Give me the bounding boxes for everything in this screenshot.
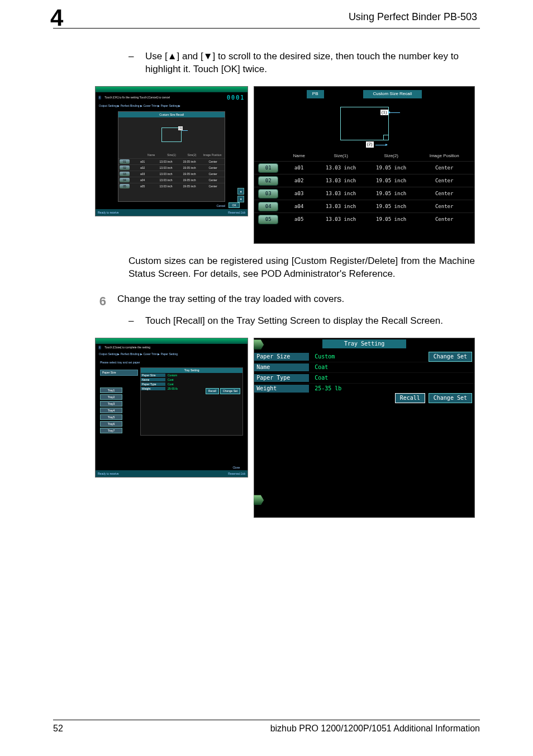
size-row-button[interactable]: 01 [259, 164, 278, 172]
cancel-button[interactable]: Cancel [217, 204, 226, 208]
tab-custom-size-recall[interactable]: Custom Size Recall [363, 90, 422, 98]
size-row-s1: 13.03 inch [316, 216, 366, 223]
change-set-button[interactable]: Change Set [429, 352, 472, 362]
dash-bullet: – [129, 315, 135, 328]
inner-tab-tray-setting[interactable]: Tray Setting [141, 368, 242, 373]
size-row-name: a01 [282, 164, 316, 171]
size-row-name: a05 [282, 216, 316, 223]
size-diagram: (1) [161, 127, 182, 142]
nav-arrow-icon[interactable] [254, 339, 264, 349]
tray-button[interactable]: Tray1 [100, 388, 122, 393]
arrow-icon [375, 145, 386, 145]
tray-button[interactable]: Tray4 [100, 408, 122, 413]
size-row: 05 a05 13.03 inch 19.05 inch Center [118, 183, 225, 189]
col-size2: Size(2) [182, 153, 202, 157]
scroll-down-button[interactable]: ▼ [237, 196, 244, 202]
breadcrumb-tabs: Output Setting ▶ Perfect Binding ▶ Cover… [96, 351, 248, 357]
col-size1: Size(1) [161, 153, 182, 157]
size-row-pos: Center [201, 166, 225, 170]
scroll-up-button[interactable]: ▲ [237, 188, 244, 195]
panel-info-text: Touch [Close] to complete the setting [104, 346, 150, 349]
size-row-s1: 13.03 inch [154, 185, 178, 188]
size-row-button[interactable]: 01 [120, 159, 130, 164]
size-row-s2: 19.05 inch [178, 166, 201, 170]
arrow-icon [182, 130, 188, 131]
size-row-pos: Center [201, 172, 225, 176]
tray-button[interactable]: Tray3 [100, 401, 122, 407]
change-set-button[interactable]: Change Set [220, 388, 240, 394]
footer-reserved: Reserved Job [228, 472, 245, 476]
page-number: 52 [53, 724, 63, 734]
size-row: 01 a01 13.03 inch 19.05 inch Center [118, 158, 225, 164]
tab-tray-setting[interactable]: Tray Setting [322, 339, 406, 348]
paper-size-label: Paper Size [141, 374, 165, 377]
header-rule [53, 28, 480, 29]
size-row-s1: 13.03 inch [154, 166, 178, 170]
inner-tab-custom-size[interactable]: Custom Size Recall [118, 112, 225, 117]
size-row-s1: 13.03 inch [154, 178, 178, 182]
size-row-button[interactable]: 03 [120, 172, 130, 176]
col-name: Name [282, 153, 316, 159]
close-button[interactable]: Close [232, 466, 240, 470]
panel-info-text: Touch [OK] to fix the setting Touch [Can… [104, 96, 170, 100]
size-row-pos: Center [416, 164, 472, 171]
step-text: Change the tray setting of the tray load… [117, 293, 475, 310]
size-row-pos: Center [201, 160, 225, 164]
footer-status: Ready to receive [98, 211, 119, 215]
size-row-name: a05 [131, 185, 154, 188]
size-row-pos: Center [201, 185, 225, 188]
tray-button[interactable]: Tray7 [100, 428, 122, 433]
step6-sub-instruction: Touch [Recall] on the Tray Setting Scree… [145, 315, 475, 328]
tray-button[interactable]: Tray5 [100, 414, 122, 420]
size-row-button[interactable]: 04 [259, 202, 278, 211]
col-image-pos: Image Position [202, 153, 222, 157]
custom-size-recall-panel-zoom: PB Custom Size Recall (1) (2) Name Siz [254, 86, 475, 244]
size-row-button[interactable]: 02 [120, 166, 130, 170]
tray-list: Tray1 Tray2 Tray3 Tray4 Tray5 Tray6 Tray… [100, 388, 122, 433]
size-row-s2: 19.05 inch [366, 203, 416, 210]
custom-sizes-note: Custom sizes can be registered using [Cu… [129, 255, 475, 281]
size-row-s2: 19.05 inch [366, 190, 416, 197]
tray-setting-panel-zoom: Tray Setting Paper Size Custom Change Se… [254, 338, 475, 518]
diagram-label-2: (2) [366, 141, 374, 148]
tab-pb[interactable]: PB [307, 90, 324, 98]
tray-button[interactable]: Tray2 [100, 394, 122, 400]
diagram-corner [383, 135, 388, 140]
name-label: Name [141, 378, 165, 382]
size-row-pos: Center [416, 216, 472, 223]
name-value: Coat [165, 378, 176, 382]
paper-type-value: Coat [309, 374, 334, 382]
name-label: Name [254, 363, 309, 371]
size-row-button[interactable]: 02 [259, 177, 278, 185]
size-row-s2: 19.05 inch [366, 177, 416, 184]
paper-type-label: Paper Type [141, 382, 165, 386]
diagram-label-1: (1) [380, 110, 388, 116]
size-row-s2: 19.05 inch [366, 164, 416, 171]
size-row-button[interactable]: 04 [120, 178, 130, 182]
size-row-s1: 13.03 inch [316, 177, 366, 184]
size-row-s2: 19.05 inch [178, 178, 201, 182]
size-row-button[interactable]: 03 [259, 190, 278, 198]
footer-status: Ready to receive [98, 472, 119, 476]
size-row-s2: 19.05 inch [178, 172, 201, 176]
paper-size-label: Paper Size [100, 370, 138, 376]
paper-type-label: Paper Type [254, 374, 309, 382]
recall-button[interactable]: Recall [395, 393, 425, 403]
dash-bullet: – [129, 50, 135, 63]
tray-button[interactable]: Tray6 [100, 421, 122, 427]
size-row: 03 a03 13.03 inch 19.05 inch Center [118, 171, 225, 177]
size-row-s1: 13.03 inch [316, 203, 366, 210]
ok-button[interactable]: OK [229, 202, 240, 208]
size-row-button[interactable]: 05 [259, 215, 278, 224]
window-titlebar [96, 87, 248, 92]
size-row-button[interactable]: 05 [120, 184, 130, 188]
info-icon: i [98, 346, 101, 349]
change-set-button[interactable]: Change Set [429, 393, 472, 403]
recall-button[interactable]: Recall [206, 388, 219, 394]
size-row-s2: 19.05 inch [178, 160, 201, 164]
nav-arrow-icon[interactable] [254, 495, 264, 505]
set-number: 0001 [227, 94, 245, 102]
product-name: bizhub PRO 1200/1200P/1051 Additional In… [270, 724, 480, 734]
size-row-s1: 13.03 inch [316, 190, 366, 197]
weight-value: 25-35 lb [309, 385, 347, 393]
